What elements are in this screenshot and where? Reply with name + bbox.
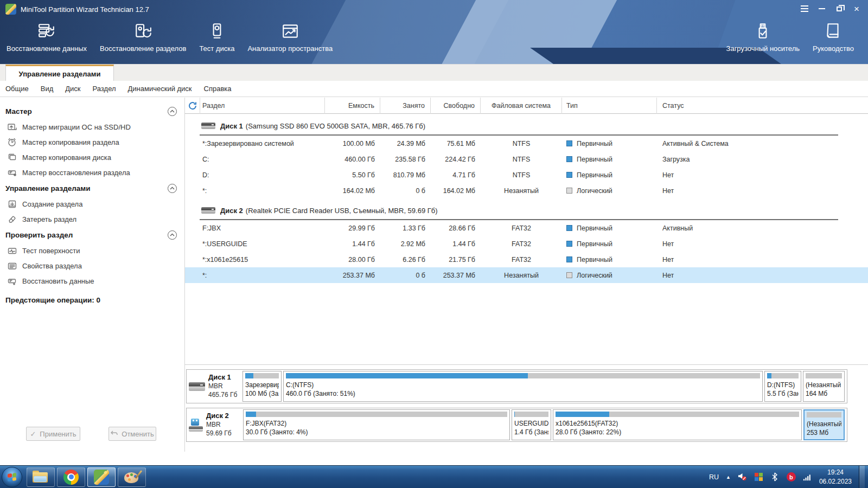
table-row[interactable]: F:JBX29.99 Гб1.33 Гб28.66 ГбFAT32Первичн… [185,220,868,236]
восстановление-данных-toolbar-button[interactable]: Восстановление данных [0,22,93,61]
menu-item-вид[interactable]: Вид [41,85,61,93]
sidebar-item-мастер-копирования-раздела[interactable]: Мастер копирования раздела [0,134,184,150]
hamburger-menu-icon[interactable] [799,3,810,14]
column-header-2[interactable]: Емкость [325,98,380,114]
chevron-up-icon[interactable] [168,107,177,116]
minitool-taskbar-button[interactable] [87,467,116,487]
column-header-4[interactable]: Свободно [431,98,481,114]
partition-block[interactable]: USERGUIDE1.4 Гб (Заня [512,409,551,440]
hdd-drive-icon [189,382,205,391]
sidebar-item-мастер-восстановления-раздела[interactable]: Мастер восстановления раздела [0,165,184,180]
sidebar-item-мастер-копирования-диска[interactable]: Мастер копирования диска [0,150,184,165]
sidebar-item-мастер-миграции-ос-на-ssd-hd[interactable]: Мастер миграции ОС на SSD/HD [0,119,184,134]
partition-block[interactable]: F:JBX(FAT32)30.0 Гб (Занято: 4%) [243,409,510,440]
tab-partition-management[interactable]: Управление разделами [5,65,114,81]
cell-status: Активный [657,224,868,232]
minimize-button[interactable] [816,3,828,14]
sidebar-item-создание-раздела[interactable]: Создание раздела [0,196,184,211]
sidebar-item-тест-поверхности[interactable]: Тест поверхности [0,243,184,258]
paint-taskbar-button[interactable] [118,467,146,487]
disk-map-row: Диск 2MBR59.69 ГбF:JBX(FAT32)30.0 Гб (За… [186,408,847,442]
restore-button[interactable] [833,3,845,14]
bluetooth-icon[interactable] [770,472,780,481]
sidebar-item-свойства-раздела[interactable]: Свойства раздела [0,258,184,273]
security-center-icon[interactable] [754,472,763,481]
cell-used: 2.92 Мб [380,240,431,248]
show-desktop-button[interactable] [859,466,865,488]
partition-block[interactable]: Зарезервир100 Мб (За [242,371,282,402]
close-button[interactable]: × [851,3,863,14]
column-header-1[interactable]: Раздел [200,98,325,114]
column-header-3[interactable]: Занято [380,98,431,114]
sidebar-item-затереть-раздел[interactable]: Затереть раздел [0,211,184,227]
table-row[interactable]: *:x1061e2561528.00 Гб6.26 Гб21.75 ГбFAT3… [185,252,868,267]
cell-type: Логический [562,187,657,195]
primary-type-swatch-icon [566,172,572,178]
disk-map-label-text: Диск 1MBR465.76 Гб [208,373,237,399]
menu-item-общие[interactable]: Общие [5,85,36,93]
table-row[interactable]: *:USERGUIDE1.44 Гб2.92 Мб1.44 ГбFAT32Пер… [185,236,868,252]
table-row[interactable]: C:460.00 Гб235.58 Гб224.42 ГбNTFSПервичн… [185,151,868,167]
cell-status: Нет [657,272,868,279]
menu-item-динамический-диск[interactable]: Динамический диск [128,85,200,93]
usage-bar [807,412,841,418]
apply-button[interactable]: ✓ Применить [26,427,80,441]
тест-диска-toolbar-button[interactable]: Тест диска [193,22,241,61]
cell-filesystem: FAT32 [481,240,562,248]
network-signal-icon[interactable] [803,472,812,481]
chevron-up-icon[interactable] [168,184,177,193]
cell-free: 21.75 Гб [431,256,481,264]
восстановление-разделов-toolbar-button[interactable]: Восстановление разделов [93,22,193,61]
clock[interactable]: 19:24 06.02.2023 [819,468,852,485]
table-row[interactable]: *:253.37 Мб0 б253.37 МбНезанятыйЛогическ… [185,267,868,283]
column-header-7[interactable]: Статус [657,98,868,114]
cell-status: Нет [657,187,868,195]
chrome-taskbar-button[interactable] [57,467,85,487]
menu-item-справка[interactable]: Справка [204,85,239,93]
explorer-taskbar-button[interactable] [27,467,55,487]
cell-used: 810.79 Мб [380,171,431,179]
table-row[interactable]: *:164.02 Мб0 б164.02 МбНезанятыйЛогическ… [185,183,868,198]
tray-expand-icon[interactable]: ▲ [726,474,731,480]
menu-item-диск[interactable]: Диск [65,85,88,93]
sidebar-item-восстановить-данные[interactable]: Восстановить данные [0,273,184,288]
анализатор-пространства-toolbar-button[interactable]: Анализатор пространства [241,22,339,61]
cell-type: Первичный [562,240,657,248]
column-header-5[interactable]: Файловая система [481,98,562,114]
partition-block[interactable]: C:(NTFS)460.0 Гб (Занято: 51%) [283,371,763,402]
app-tray-icon[interactable]: b [787,472,796,481]
partition-block[interactable]: D:(NTFS)5.5 Гб (Заня [764,371,801,402]
partition-block[interactable]: x1061e25615(FAT32)28.0 Гб (Занято: 22%) [553,409,802,440]
tab-label: Управление разделами [19,70,101,78]
menu-bar: ОбщиеВидДискРазделДинамический дискСправ… [0,81,868,97]
partition-block[interactable]: (Незанятый253 Мб [803,409,845,440]
partition-label: C:(NTFS) [286,381,760,389]
volume-muted-icon[interactable] [738,472,747,481]
cell-filesystem: NTFS [481,156,562,163]
sidebar-item-label: Свойства раздела [22,262,82,270]
partition-label: D:(NTFS) [767,381,799,389]
pending-operations-label: Предстоящие операции: 0 [0,288,184,304]
column-header-6[interactable]: Тип [562,98,657,114]
partition-block[interactable]: (Незанятый164 Мб [803,371,845,402]
system-tray: RU ▲ b 19:24 06.02.2023 [709,466,868,488]
refresh-icon[interactable] [185,98,200,114]
sidebar: МастерМастер миграции ОС на SSD/HDМастер… [0,98,185,452]
cell-partition: *: [200,272,325,279]
sidebar-item-label: Мастер копирования диска [22,153,111,162]
undo-button[interactable]: Отменить [108,427,156,441]
cell-used: 0 б [380,187,431,195]
sidebar-item-label: Создание раздела [22,200,82,208]
загрузочный-носитель-toolbar-button[interactable]: Загрузочный носитель [720,22,806,61]
chevron-up-icon[interactable] [168,230,177,240]
table-row[interactable]: D:5.50 Гб810.79 Мб4.71 ГбNTFSПервичныйНе… [185,167,868,183]
menu-item-раздел[interactable]: Раздел [93,85,124,93]
cell-type: Первичный [562,256,657,264]
recover-data-icon [8,277,17,286]
usage-bar [245,373,279,378]
language-indicator[interactable]: RU [709,473,719,481]
migrate-os-icon [8,123,17,132]
table-row[interactable]: *:Зарезервировано системой100.00 Мб24.39… [185,136,868,151]
руководство-toolbar-button[interactable]: Руководство [806,22,860,61]
start-button[interactable] [2,467,22,487]
